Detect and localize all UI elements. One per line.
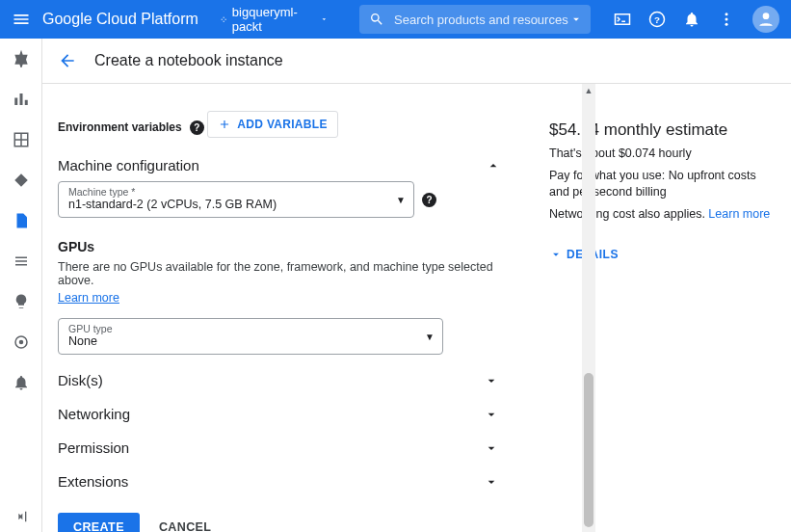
estimate-network-note: Networking cost also applies. (549, 207, 708, 221)
search-icon (369, 12, 384, 27)
account-avatar[interactable] (752, 6, 779, 33)
svg-text:?: ? (654, 14, 660, 25)
scrollbar[interactable]: ▲ (582, 84, 595, 532)
nav-collapse-icon[interactable] (0, 509, 41, 524)
svg-rect-6 (14, 98, 17, 106)
page-title: Create a notebook instance (94, 52, 283, 69)
chevron-up-icon (486, 158, 501, 173)
svg-point-2 (725, 13, 728, 15)
gpu-type-value: None (68, 334, 433, 348)
chevron-down-icon (320, 14, 329, 24)
gpus-title: GPUs (58, 239, 509, 254)
nav-list-icon[interactable] (13, 253, 30, 270)
permission-section[interactable]: Permission (58, 439, 509, 456)
nav-grid-icon[interactable] (13, 131, 30, 148)
nav-charts-icon[interactable] (13, 91, 30, 108)
gpus-learn-more-link[interactable]: Learn more (58, 291, 119, 305)
dropdown-icon: ▼ (425, 332, 435, 342)
project-selector[interactable]: ⁘ bigqueryml-packt (220, 5, 329, 34)
help-icon[interactable]: ? (648, 11, 666, 28)
chevron-down-icon[interactable] (569, 13, 583, 26)
machine-type-value: n1-standard-2 (2 vCPUs, 7.5 GB RAM) (68, 198, 404, 211)
plus-icon (218, 118, 231, 131)
disks-section[interactable]: Disk(s) (58, 372, 509, 388)
chevron-down-icon (484, 373, 499, 388)
env-vars-label: Environment variables (58, 120, 182, 134)
nav-lightbulb-icon[interactable] (13, 293, 30, 310)
machine-type-select[interactable]: Machine type * n1-standard-2 (2 vCPUs, 7… (58, 181, 414, 218)
hamburger-menu-icon[interactable] (12, 10, 31, 29)
cloud-shell-icon[interactable] (614, 11, 631, 28)
scroll-thumb[interactable] (584, 373, 593, 527)
svg-point-5 (763, 13, 770, 19)
cancel-button[interactable]: CANCEL (159, 520, 211, 532)
chevron-down-icon (484, 474, 499, 490)
help-icon[interactable]: ? (422, 193, 436, 207)
create-button[interactable]: CREATE (58, 513, 140, 532)
more-icon[interactable] (718, 11, 735, 28)
svg-rect-8 (24, 100, 27, 105)
extensions-section[interactable]: Extensions (58, 473, 509, 490)
scroll-up-icon[interactable]: ▲ (582, 84, 595, 97)
svg-point-3 (725, 18, 728, 21)
back-arrow-icon[interactable] (58, 51, 77, 70)
machine-config-section[interactable]: Machine configuration (58, 157, 509, 173)
nav-settings-icon[interactable] (13, 333, 30, 351)
gpu-type-select[interactable]: GPU type None ▼ (58, 318, 443, 355)
chevron-down-icon (484, 440, 499, 456)
gpus-message: There are no GPUs available for the zone… (58, 260, 509, 287)
project-name: bigqueryml-packt (232, 5, 315, 34)
svg-point-4 (725, 23, 728, 26)
nav-notebooks-icon[interactable] (13, 212, 30, 229)
brand-title: Google Cloud Platform (42, 11, 198, 28)
machine-type-label: Machine type * (68, 186, 404, 198)
gpu-type-label: GPU type (68, 323, 433, 334)
chevron-down-icon (484, 407, 499, 422)
svg-rect-7 (19, 93, 22, 105)
estimate-learn-more-link[interactable]: Learn more (708, 207, 770, 221)
dropdown-icon: ▼ (396, 195, 406, 205)
project-icon: ⁘ (220, 14, 226, 25)
left-nav (0, 39, 42, 532)
search-bar[interactable] (359, 5, 591, 34)
nav-bell-icon[interactable] (13, 374, 30, 391)
svg-point-11 (18, 340, 23, 345)
nav-tags-icon[interactable] (13, 172, 30, 189)
help-icon[interactable]: ? (190, 120, 204, 135)
networking-section[interactable]: Networking (58, 406, 509, 422)
machine-config-title: Machine configuration (58, 157, 199, 173)
nav-dashboard-icon[interactable] (12, 48, 31, 67)
chevron-down-icon (549, 248, 563, 261)
search-input[interactable] (394, 13, 581, 27)
notifications-icon[interactable] (683, 11, 700, 28)
add-variable-button[interactable]: ADD VARIABLE (207, 111, 337, 138)
